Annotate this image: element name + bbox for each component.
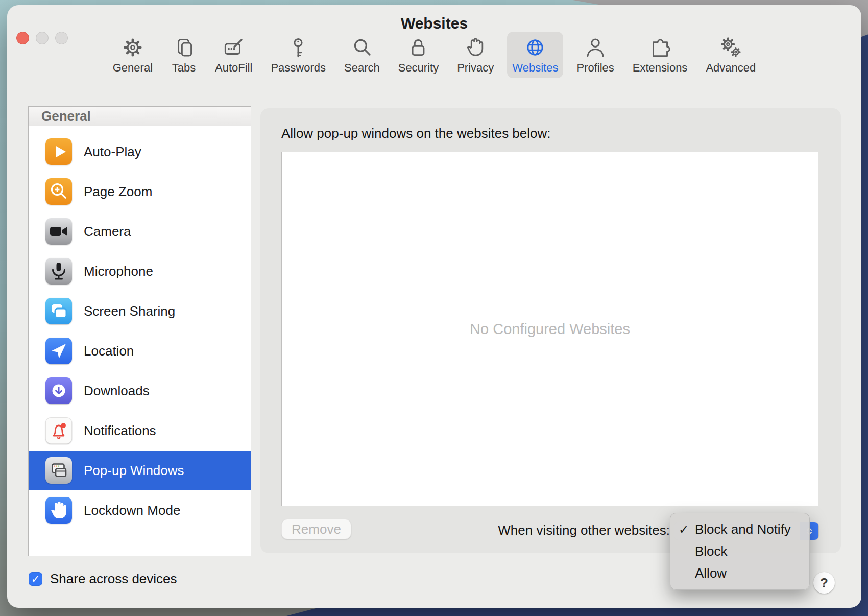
menu-item-block[interactable]: Block — [670, 540, 809, 562]
tab-label: Passwords — [271, 61, 326, 75]
tab-autofill[interactable]: AutoFill — [210, 32, 257, 78]
person-icon — [583, 34, 608, 61]
sidebar-item-label: Downloads — [84, 383, 150, 399]
tab-extensions[interactable]: Extensions — [628, 32, 693, 78]
tab-label: Profiles — [576, 61, 614, 75]
location-arrow-icon — [45, 338, 72, 364]
bell-icon — [45, 417, 72, 444]
sidebar-item-label: Location — [84, 343, 134, 359]
tab-label: General — [113, 61, 153, 75]
tab-websites[interactable]: Websites — [507, 32, 563, 78]
tab-label: Tabs — [172, 61, 196, 75]
sidebar-item-lockdown-mode[interactable]: Lockdown Mode — [29, 490, 251, 530]
help-button[interactable]: ? — [813, 572, 835, 594]
hand-icon — [463, 34, 488, 61]
tab-label: Security — [398, 61, 439, 75]
tab-label: Advanced — [706, 61, 756, 75]
sidebar-item-downloads[interactable]: Downloads — [29, 371, 251, 411]
sidebar-item-label: Camera — [84, 224, 131, 240]
tab-label: Search — [344, 61, 380, 75]
share-checkbox-label: Share across devices — [50, 571, 177, 587]
menu-item-allow[interactable]: Allow — [670, 562, 809, 584]
tab-profiles[interactable]: Profiles — [571, 32, 619, 78]
magnifier-icon — [349, 34, 375, 61]
sidebar-item-notifications[interactable]: Notifications — [29, 411, 251, 451]
lockdown-hand-icon — [45, 497, 72, 524]
tab-label: Websites — [512, 61, 558, 75]
autofill-pencil-icon — [221, 34, 247, 61]
tab-tabs[interactable]: Tabs — [166, 32, 202, 78]
tab-passwords[interactable]: Passwords — [266, 32, 331, 78]
download-icon — [45, 377, 72, 404]
window-titlebar: Websites — [7, 5, 861, 86]
gear-icon — [120, 34, 146, 61]
sidebar-item-location[interactable]: Location — [29, 331, 251, 371]
sidebar-item-label: Lockdown Mode — [84, 503, 180, 518]
tab-security[interactable]: Security — [393, 32, 444, 78]
share-checkbox[interactable]: ✓ — [29, 572, 42, 586]
sidebar-item-screen-sharing[interactable]: Screen Sharing — [29, 291, 251, 331]
menu-item-block-and-notify[interactable]: ✓ Block and Notify — [670, 518, 809, 540]
empty-list-placeholder: No Configured Websites — [470, 321, 630, 338]
sidebar-item-auto-play[interactable]: Auto-Play — [29, 132, 251, 172]
tab-label: Extensions — [633, 61, 688, 75]
sidebar-item-label: Page Zoom — [84, 184, 152, 200]
sidebar-item-microphone[interactable]: Microphone — [29, 251, 251, 291]
key-icon — [285, 34, 311, 61]
configured-websites-list[interactable]: No Configured Websites — [281, 152, 818, 506]
sidebar-item-camera[interactable]: Camera — [29, 211, 251, 251]
screen-sharing-icon — [45, 298, 72, 324]
sidebar-list: Auto-Play Page Zoom — [29, 126, 251, 530]
safari-settings-window: Websites — [7, 5, 861, 608]
websites-sidebar: General Auto-Play — [28, 106, 251, 556]
zoom-magnifier-icon — [45, 178, 72, 205]
sidebar-item-label: Screen Sharing — [84, 303, 175, 319]
popup-options-menu: ✓ Block and Notify Block Allow — [670, 513, 810, 590]
tab-search[interactable]: Search — [339, 32, 385, 78]
sidebar-item-label: Microphone — [84, 264, 153, 279]
gears-icon — [718, 34, 743, 61]
checkmark-icon: ✓ — [679, 523, 695, 537]
sidebar-item-label: Notifications — [84, 423, 156, 439]
share-across-devices: ✓ Share across devices — [29, 571, 177, 587]
tab-label: Privacy — [457, 61, 494, 75]
tabs-icon — [171, 34, 197, 61]
window-title: Websites — [7, 15, 861, 32]
menu-item-label: Allow — [695, 565, 727, 581]
menu-item-label: Block — [695, 543, 728, 559]
screen: Websites — [0, 0, 868, 616]
tab-label: AutoFill — [215, 61, 252, 75]
sidebar-item-label: Pop-up Windows — [84, 463, 184, 479]
tab-advanced[interactable]: Advanced — [701, 32, 761, 78]
tab-general[interactable]: General — [108, 32, 158, 78]
tab-privacy[interactable]: Privacy — [452, 32, 499, 78]
menu-item-label: Block and Notify — [695, 522, 791, 537]
settings-toolbar: General Tabs — [7, 32, 861, 78]
camera-icon — [45, 218, 72, 245]
popup-windows-panel: Allow pop-up windows on the websites bel… — [260, 108, 841, 553]
lock-icon — [405, 34, 431, 61]
sidebar-item-popup-windows[interactable]: Pop-up Windows — [29, 451, 251, 490]
sidebar-section-header: General — [29, 107, 251, 126]
remove-button[interactable]: Remove — [281, 519, 351, 539]
globe-icon — [522, 34, 548, 61]
allow-popups-label: Allow pop-up windows on the websites bel… — [281, 126, 551, 141]
sidebar-item-page-zoom[interactable]: Page Zoom — [29, 172, 251, 211]
sidebar-item-label: Auto-Play — [84, 144, 141, 160]
microphone-icon — [45, 258, 72, 285]
when-visiting-label: When visiting other websites: — [498, 520, 670, 540]
puzzle-icon — [647, 34, 673, 61]
play-icon — [45, 138, 72, 165]
popup-windows-icon — [45, 457, 72, 484]
